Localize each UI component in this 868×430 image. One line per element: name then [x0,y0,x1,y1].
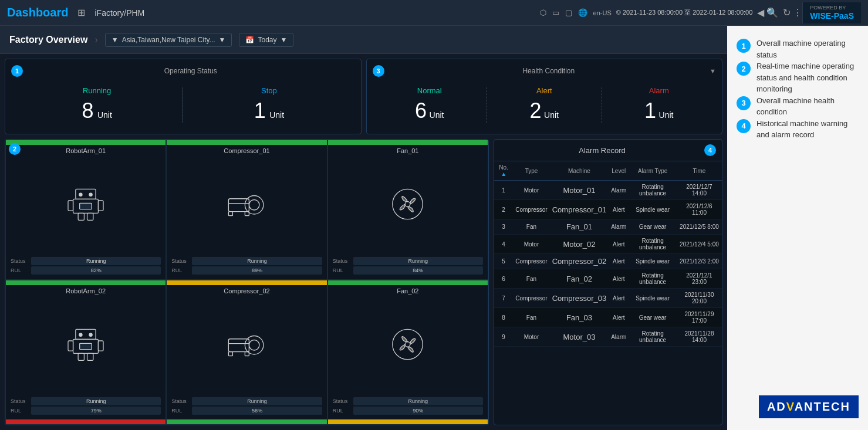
advantech-logo: ADVANTECH [737,395,859,418]
table-row[interactable]: 8 Fan Fan_03 Alert Gear wear 2021/11/29 … [494,308,722,327]
alert-count: 2 [530,99,542,123]
stop-count-group: 1 Unit [183,99,354,123]
machine-stats: StatusRunningRUL89% [167,255,326,279]
nav-prev[interactable]: ◀ [757,7,764,18]
machine-name: Compressor_02 [167,285,326,296]
rul-label: RUL [11,268,31,273]
share-icon[interactable]: ⬡ [540,8,546,17]
svg-rect-25 [80,343,92,349]
fan-icon [389,327,427,364]
svg-point-24 [89,333,92,336]
dashboard-logo: Dashboard [7,6,68,19]
machine-cell-robotarm-02[interactable]: RobotArm_02 StatusRunningRUL79% [5,280,166,425]
machine-grid: RobotArm_01 StatusRunningRUL82%✎Compress… [5,140,488,425]
globe-icon[interactable]: 🌐 [578,8,587,17]
cell-time: 2021/12/1 23:00 [677,269,722,289]
machine-name: RobotArm_02 [6,285,166,296]
status-label: Status [11,258,31,264]
cell-alarm-type: Spindle wear [629,289,677,308]
cell-no: 6 [494,269,513,289]
machine-top-bar [167,140,326,145]
status-value: Running [31,257,161,265]
cell-no: 1 [494,181,513,200]
grid-icon[interactable]: ⊞ [77,7,85,18]
table-row[interactable]: 1 Motor Motor_01 Alarm Rotating unbalanc… [494,181,722,200]
compressor-icon [226,188,267,222]
svg-rect-3 [99,201,104,211]
machine-top-bar [6,280,166,285]
filter-button[interactable]: ▼ Asia,Taiwan,New Taipei City... ▼ [105,33,232,47]
table-row[interactable]: 7 Compressor Compressor_03 Alert Spindle… [494,289,722,308]
cell-alarm-type: Gear wear [629,219,677,235]
table-row[interactable]: 9 Motor Motor_03 Alarm Rotating unbalanc… [494,327,722,347]
alarm-table[interactable]: No. ▲TypeMachineLevelAlarm TypeTime 1 Mo… [494,161,722,425]
machine-icon-area [328,296,488,395]
table-row[interactable]: 5 Compressor Compressor_02 Alert Spindle… [494,254,722,269]
more-icon[interactable]: ⋮ [793,7,802,18]
date-value: Today [258,36,276,44]
side-logo-area: ADVANTECH [737,395,859,418]
alarm-header: Alarm Record 4 [494,140,722,161]
machine-name: Fan_02 [328,285,488,296]
rul-value: 56% [192,407,322,415]
alarm-col-alarm-type[interactable]: Alarm Type [629,161,677,181]
table-row[interactable]: 3 Fan Fan_01 Alarm Gear wear 2021/12/5 8… [494,219,722,235]
health-info-icon[interactable]: ▼ [710,67,716,75]
alarm-col-type[interactable]: Type [513,161,549,181]
svg-rect-5 [87,213,93,220]
cell-no: 9 [494,327,513,347]
cell-alarm-type: Rotating unbalance [629,269,677,289]
health-condition-panel: 3 Health Condition ▼ Normal 6 Unit [366,59,723,134]
topbar: Dashboard ⊞ iFactory/PHM ⬡ ▭ ▢ 🌐 en-US ©… [0,0,868,26]
date-dropdown-icon: ▼ [281,36,288,44]
svg-point-33 [406,341,411,347]
machine-cell-fan-01[interactable]: Fan_01 StatusRunningRUL84% [327,140,488,280]
side-item-text: Overall machine health condition [756,95,859,118]
machine-cell-fan-02[interactable]: Fan_02 StatusRunningRUL90% [327,280,488,425]
alarm-col-level[interactable]: Level [609,161,629,181]
cell-time: 2021/12/7 14:00 [677,181,722,200]
cell-time: 2021/12/5 8:00 [677,219,722,235]
date-range: © 2021-11-23 08:00:00 至 2022-01-12 08:00… [616,8,753,17]
mobile-icon[interactable]: ▭ [552,8,559,17]
cell-level: Alarm [609,181,629,200]
machine-cell-compressor-02[interactable]: Compressor_02 StatusRunningRUL56% [166,280,327,425]
zoom-icon[interactable]: 🔍 [766,7,778,18]
cell-machine: Fan_03 [550,308,609,327]
cell-machine: Compressor_01 [550,200,609,219]
side-badge: 3 [737,96,751,110]
status-label: Status [333,258,353,264]
running-count: 8 [82,99,93,123]
side-item-text: Overall machine operating status [756,38,859,60]
machine-cell-compressor-01[interactable]: Compressor_01 StatusRunningRUL89% [166,140,327,280]
alarm-col-machine[interactable]: Machine [550,161,609,181]
status-label: Status [11,398,31,404]
machine-cell-robotarm-01[interactable]: RobotArm_01 StatusRunningRUL82%✎ [5,140,166,280]
date-selector[interactable]: 📅 Today ▼ [239,33,293,47]
svg-point-16 [406,201,411,206]
side-info-item: 4 Historical machine warning and alarm r… [737,118,859,141]
running-label: Running [11,86,183,95]
refresh-icon[interactable]: ↻ [783,7,791,18]
table-row[interactable]: 6 Fan Fan_02 Alert Rotating unbalance 20… [494,269,722,289]
table-row[interactable]: 4 Motor Motor_02 Alert Rotating unbalanc… [494,235,722,254]
cell-machine: Fan_02 [550,269,609,289]
machine-icon-area [6,155,166,255]
cell-machine: Fan_01 [550,219,609,235]
cell-machine: Motor_01 [550,181,609,200]
alarm-col-no.[interactable]: No. ▲ [494,161,513,181]
svg-point-32 [393,329,423,359]
table-row[interactable]: 2 Compressor Compressor_01 Alert Spindle… [494,200,722,219]
monitor-icon[interactable]: ▢ [565,8,572,17]
rul-label: RUL [171,408,192,414]
cell-alarm-type: Spindle wear [629,200,677,219]
rul-label: RUL [171,268,192,273]
svg-rect-30 [229,352,233,356]
machine-top-bar [328,280,488,285]
cell-type: Motor [513,327,549,347]
machine-name: RobotArm_01 [6,145,166,155]
machine-stats: StatusRunningRUL82% [6,255,166,279]
svg-rect-20 [99,341,104,351]
alarm-col-time[interactable]: Time [677,161,722,181]
normal-unit: Unit [430,110,444,120]
